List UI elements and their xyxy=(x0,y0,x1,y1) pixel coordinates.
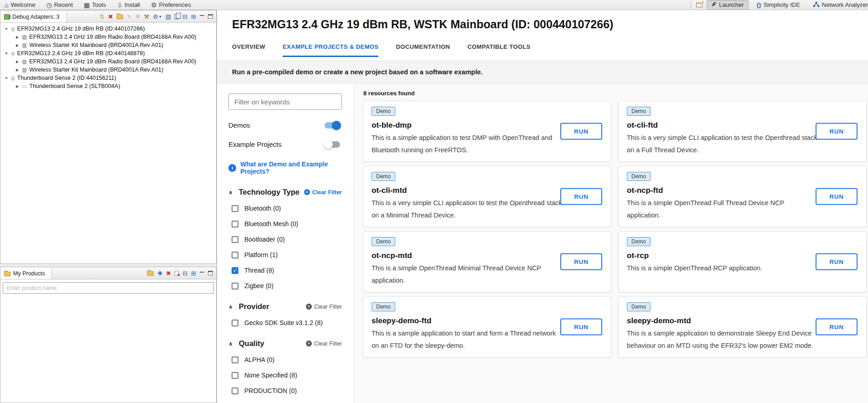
connect-icon[interactable]: ⇅ xyxy=(99,14,104,20)
collapse-expander-icon[interactable]: ▼ xyxy=(4,76,9,80)
open-perspective-icon[interactable] xyxy=(696,2,703,7)
tab-compatible-tools[interactable]: COMPATIBLE TOOLS xyxy=(467,43,531,57)
expand-expander-icon[interactable]: ▶ xyxy=(15,84,20,88)
tree-item[interactable]: ▶▩Wireless Starter Kit Mainboard (BRD400… xyxy=(0,66,216,74)
collapse-all-icon[interactable]: ⊟ xyxy=(182,270,187,276)
expand-expander-icon[interactable]: ▶ xyxy=(15,43,20,47)
card-grid: Demoot-ble-dmpThis is a simple applicati… xyxy=(363,101,866,357)
tab-example-projects-demos[interactable]: EXAMPLE PROJECTS & DEMOS xyxy=(283,43,378,57)
collapse-expander-icon[interactable]: ▼ xyxy=(4,52,9,56)
view-menu-icon[interactable]: ▤ xyxy=(165,14,171,20)
checkbox[interactable] xyxy=(232,283,238,289)
disconnect-icon[interactable]: ✖ xyxy=(108,14,113,20)
usb-icon: ψ xyxy=(11,51,15,56)
checkbox[interactable] xyxy=(232,236,238,243)
perspective-simplicity-ide[interactable]: {}Simplicity IDE xyxy=(752,0,805,10)
run-button[interactable]: RUN xyxy=(816,188,858,205)
copy-view-icon[interactable] xyxy=(175,14,179,19)
info-link-row[interactable]: i What are Demo and Example Projects? xyxy=(228,160,342,175)
tab-overview[interactable]: OVERVIEW xyxy=(232,43,265,57)
checkbox[interactable]: ✓ xyxy=(232,267,238,274)
keyword-filter-input[interactable] xyxy=(228,93,342,110)
run-button[interactable]: RUN xyxy=(816,319,858,336)
debug-adapters-tab[interactable]: Debug Adapters: 3 xyxy=(0,11,67,22)
clear-filter-button[interactable]: ✕Clear Filter xyxy=(306,304,342,310)
run-button[interactable]: RUN xyxy=(560,319,602,336)
expand-all-icon[interactable]: ⊞ xyxy=(191,14,196,20)
tools-button[interactable]: ▦Tools xyxy=(84,1,106,8)
collapse-section-icon[interactable]: ∧ xyxy=(228,341,233,347)
preferences-button[interactable]: ⚙Preferences xyxy=(151,1,191,8)
filter-option[interactable]: ✓Thread (8) xyxy=(228,267,342,274)
collapse-section-icon[interactable]: ∧ xyxy=(228,189,233,196)
device-tools-icon[interactable]: ⚒ xyxy=(144,14,150,20)
expand-expander-icon[interactable]: ▶ xyxy=(15,35,20,39)
run-button[interactable]: RUN xyxy=(560,123,602,140)
perspective-launcher[interactable]: Launcher xyxy=(707,0,748,10)
run-button[interactable]: RUN xyxy=(560,253,602,270)
checkbox[interactable] xyxy=(232,388,238,394)
rename-icon[interactable]: ✎ xyxy=(127,14,132,20)
minimize-icon[interactable] xyxy=(200,15,204,18)
collapse-expander-icon[interactable]: ▼ xyxy=(4,27,9,31)
launcher-label: Launcher xyxy=(719,1,744,8)
perspective-network-analyzer[interactable]: Network Analyzer xyxy=(808,0,868,10)
checkbox[interactable] xyxy=(232,320,238,326)
tools-grid-icon: ▦ xyxy=(84,2,90,8)
tree-item[interactable]: ▶▭Thunderboard Sense 2 (SLTB004A) xyxy=(0,82,216,90)
run-button[interactable]: RUN xyxy=(560,188,602,205)
checkbox[interactable] xyxy=(232,252,238,258)
tree-item[interactable]: ▼ψEFR32MG13 2.4 GHz 19 dBm RB (ID:440107… xyxy=(0,25,216,33)
product-search-input[interactable] xyxy=(3,282,214,294)
tree-item[interactable]: ▶▩EFR32MG13 2.4 GHz 19 dBm Radio Board (… xyxy=(0,33,216,41)
minimize-icon[interactable] xyxy=(200,272,204,275)
welcome-button[interactable]: ⌂Welcome xyxy=(5,1,35,8)
filter-option[interactable]: ALPHA (0) xyxy=(228,356,342,363)
run-button[interactable]: RUN xyxy=(816,123,858,140)
tree-item[interactable]: ▶▩Wireless Starter Kit Mainboard (BRD400… xyxy=(0,41,216,49)
filter-option[interactable]: None Specified (8) xyxy=(228,372,342,379)
run-button[interactable]: RUN xyxy=(816,253,858,270)
settings-icon[interactable]: ⚙▼ xyxy=(153,14,162,20)
expand-all-icon[interactable]: ⊞ xyxy=(191,270,196,276)
clear-filter-button[interactable]: ✕Clear Filter xyxy=(304,189,342,196)
checkbox[interactable] xyxy=(232,356,238,363)
clear-filter-button[interactable]: ✕Clear Filter xyxy=(306,341,342,347)
filter-option[interactable]: Bootloader (0) xyxy=(228,236,342,243)
new-folder-icon[interactable] xyxy=(147,270,154,276)
tree-item-label: Thunderboard Sense 2 (ID:440156211) xyxy=(17,75,116,81)
maximize-icon[interactable] xyxy=(208,271,213,275)
tree-item[interactable]: ▼ψThunderboard Sense 2 (ID:440156211) xyxy=(0,74,216,82)
maximize-icon[interactable] xyxy=(208,14,213,19)
tree-item[interactable]: ▼ψEFR32MG13 2.4 GHz 19 dBm RB (ID:440148… xyxy=(0,49,216,57)
collapse-all-icon[interactable]: ⊟ xyxy=(182,14,187,20)
filter-option[interactable]: PRODUCTION (0) xyxy=(228,387,342,394)
tab-documentation[interactable]: DOCUMENTATION xyxy=(396,43,450,57)
filter-option[interactable]: Platform (1) xyxy=(228,251,342,258)
filter-option[interactable]: Bluetooth Mesh (0) xyxy=(228,220,342,227)
demos-toggle[interactable] xyxy=(325,122,340,129)
expand-expander-icon[interactable]: ▶ xyxy=(15,68,20,72)
delete-product-icon[interactable]: ✖ xyxy=(166,270,171,276)
collapse-section-icon[interactable]: ∧ xyxy=(228,304,233,310)
remove-product-file-icon xyxy=(175,271,179,276)
expand-expander-icon[interactable]: ▶ xyxy=(15,60,20,64)
remove-product-file-icon[interactable] xyxy=(175,271,179,276)
example-projects-label: Example Projects xyxy=(228,140,282,148)
add-product-icon[interactable]: ✚ xyxy=(157,270,162,276)
checkbox[interactable] xyxy=(232,221,238,227)
filter-option[interactable]: Bluetooth (0) xyxy=(228,205,342,212)
info-link: What are Demo and Example Projects? xyxy=(240,160,342,175)
tree-item[interactable]: ▶▩EFR32MG13 2.4 GHz 19 dBm Radio Board (… xyxy=(0,57,216,66)
delete-icon[interactable]: ✖ xyxy=(135,14,140,20)
filter-option[interactable]: Zigbee (0) xyxy=(228,282,342,289)
section-title: Technology Type xyxy=(239,188,304,196)
new-group-icon[interactable] xyxy=(117,14,123,19)
my-products-tab[interactable]: My Products xyxy=(0,268,52,279)
filter-option[interactable]: Gecko SDK Suite v3.1.2 (8) xyxy=(228,319,342,326)
example-projects-toggle[interactable] xyxy=(325,141,340,148)
checkbox[interactable] xyxy=(232,205,238,212)
checkbox[interactable] xyxy=(232,372,238,379)
install-button[interactable]: ⇩Install xyxy=(117,1,140,8)
recent-button[interactable]: ◷Recent xyxy=(46,1,72,8)
